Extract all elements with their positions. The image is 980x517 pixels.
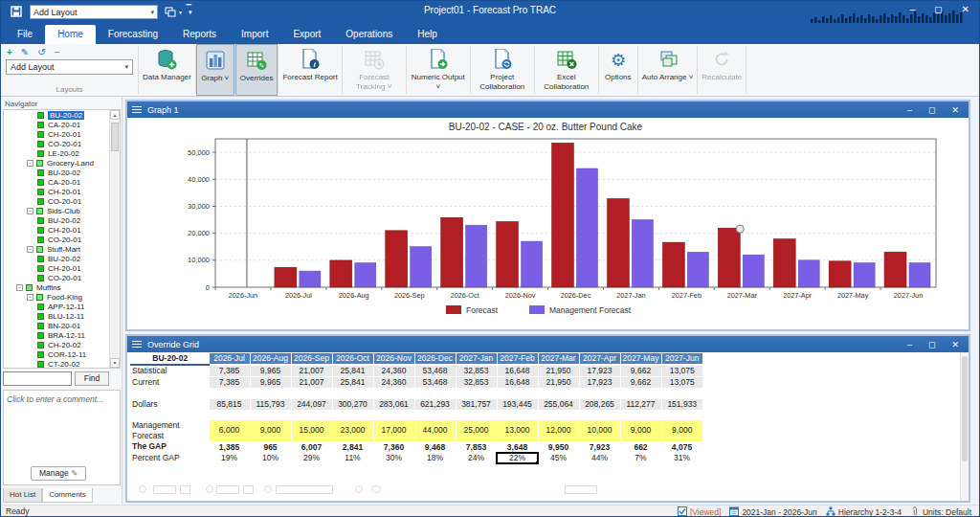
comment-placeholder[interactable]: Click to enter a comment... xyxy=(4,391,120,408)
tree-item-bra-12-11[interactable]: BRA-12-11 xyxy=(4,330,120,340)
grid-vertical-scrollbar[interactable] xyxy=(960,352,969,501)
grid-cell[interactable]: 9,000 xyxy=(620,420,661,441)
find-button[interactable]: Find xyxy=(75,371,109,386)
tree-item-bu-20-02[interactable]: BU-20-02 xyxy=(4,215,120,225)
project-collaboration-button[interactable]: Project Collaboration xyxy=(471,44,534,96)
find-input[interactable] xyxy=(3,371,72,386)
grid-cell[interactable]: 29% xyxy=(291,453,332,463)
grid-cell[interactable]: 6,000 xyxy=(209,420,250,441)
grid-cell[interactable]: 9,965 xyxy=(250,365,291,377)
grid-month-header[interactable]: 2027-Jan xyxy=(456,353,497,365)
grid-cell[interactable]: 25,841 xyxy=(332,365,373,377)
tree-item-ch-20-01[interactable]: CH-20-01 xyxy=(4,263,120,273)
grid-cell[interactable]: 151,933 xyxy=(661,399,702,411)
data-manager-button[interactable]: Data Manager xyxy=(139,44,195,96)
grid-cell[interactable]: 23,000 xyxy=(332,420,373,441)
grid-cell[interactable]: 9,950 xyxy=(538,441,579,453)
maximize-button[interactable]: ◻ xyxy=(928,105,935,115)
grid-cell[interactable]: 7,923 xyxy=(579,441,620,453)
window-switch-icon[interactable]: ▾ xyxy=(165,7,182,17)
grid-cell[interactable]: 9,000 xyxy=(661,420,702,441)
manage-comments-button[interactable]: Manage ✎ xyxy=(31,466,86,481)
tab-reports[interactable]: Reports xyxy=(170,25,229,44)
grid-cell[interactable]: 621,293 xyxy=(414,399,456,411)
close-button[interactable]: ✕ xyxy=(962,4,969,14)
tree-collapse-icon[interactable]: − xyxy=(27,160,33,167)
pager-control[interactable] xyxy=(180,485,190,494)
grid-month-header[interactable]: 2026-Oct xyxy=(332,353,373,365)
grid-cell[interactable]: 19% xyxy=(209,453,250,463)
grid-cell[interactable]: 255,064 xyxy=(538,399,579,411)
grid-cell[interactable]: 381,757 xyxy=(456,399,497,411)
grid-cell[interactable]: 15,000 xyxy=(291,420,332,441)
tree-item-bn-20-01[interactable]: BN-20-01 xyxy=(4,321,120,330)
pager-control[interactable] xyxy=(139,485,146,493)
grid-cell[interactable]: 18% xyxy=(414,453,456,463)
remove-layout-icon[interactable]: − xyxy=(55,47,60,57)
grid-cell[interactable]: 9,000 xyxy=(250,420,291,441)
grid-cell[interactable]: 283,061 xyxy=(373,399,414,411)
grid-cell[interactable]: 24,360 xyxy=(373,365,414,377)
tree-item-ca-20-01[interactable]: CA-20-01 xyxy=(4,120,120,129)
customize-toolbar-icon[interactable]: ▾▔ xyxy=(189,9,191,16)
scroll-up-icon[interactable]: ▲ xyxy=(110,110,120,120)
close-button[interactable]: ✕ xyxy=(951,340,959,349)
grid-month-header[interactable]: 2026-Dec xyxy=(414,353,456,365)
pager-control[interactable] xyxy=(565,485,597,494)
tree-item-bu-20-02[interactable]: BU-20-02 xyxy=(4,110,120,120)
maximize-button[interactable]: ◻ xyxy=(934,4,942,14)
grid-cell[interactable]: 53,468 xyxy=(414,365,456,377)
grid-cell[interactable]: 31% xyxy=(661,453,702,463)
grid-cell[interactable]: 44,000 xyxy=(414,420,456,441)
pager-control[interactable] xyxy=(206,485,213,493)
window-menu-icon[interactable] xyxy=(132,106,142,114)
grid-cell[interactable]: 112,277 xyxy=(620,399,661,411)
tab-operations[interactable]: Operations xyxy=(333,25,405,44)
grid-cell[interactable]: 13,000 xyxy=(497,420,538,441)
add-layout-icon[interactable]: + xyxy=(7,47,12,57)
options-button[interactable]: ⚙Options xyxy=(599,44,637,96)
maximize-button[interactable]: ◻ xyxy=(928,340,935,349)
grid-month-header[interactable]: 2026-Sep xyxy=(291,353,332,365)
grid-cell[interactable]: 24% xyxy=(456,453,497,463)
tree-collapse-icon[interactable]: − xyxy=(27,208,33,214)
tree-collapse-icon[interactable]: − xyxy=(16,284,23,291)
tab-import[interactable]: Import xyxy=(229,25,280,44)
grid-cell[interactable]: 13,075 xyxy=(661,377,702,389)
grid-month-header[interactable]: 2027-Jun xyxy=(661,353,702,365)
tab-help[interactable]: Help xyxy=(405,25,450,44)
graph-button[interactable]: Graph ˅ xyxy=(196,44,234,96)
tree-item-muffins[interactable]: −Muffins xyxy=(4,282,120,292)
grid-cell[interactable]: 21,007 xyxy=(291,365,332,377)
grid-cell[interactable]: 17,923 xyxy=(579,365,620,377)
grid-cell[interactable]: 13,075 xyxy=(661,365,702,377)
pager-control[interactable] xyxy=(243,485,254,494)
override-window-titlebar[interactable]: Override Grid – ◻ ✕ xyxy=(127,336,969,352)
pager-control[interactable] xyxy=(216,485,239,494)
grid-cell[interactable]: 6,007 xyxy=(291,441,332,453)
minimize-button[interactable]: – xyxy=(910,4,916,14)
tree-item-ct-20-02[interactable]: CT-20-02 xyxy=(4,359,120,369)
tree-scrollbar[interactable]: ▲▼ xyxy=(109,110,120,368)
tree-item-grocery-land[interactable]: −Grocery-Land xyxy=(4,158,120,168)
override-grid-table[interactable]: BU-20-022026-Jul2026-Aug2026-Sep2026-Oct… xyxy=(130,353,702,463)
grid-month-header[interactable]: 2027-Mar xyxy=(538,353,579,365)
grid-cell[interactable]: 44% xyxy=(579,453,620,463)
grid-cell[interactable]: 53,468 xyxy=(414,377,456,389)
layout-quick-combo[interactable]: Add Layout ▾ xyxy=(30,5,158,19)
close-button[interactable]: ✕ xyxy=(951,105,959,115)
grid-month-header[interactable]: 2027-Feb xyxy=(497,353,538,365)
grid-month-header[interactable]: 2027-May xyxy=(620,353,661,365)
grid-cell[interactable]: 32,853 xyxy=(456,377,497,389)
tree-item-co-20-01[interactable]: CO-20-01 xyxy=(4,235,120,244)
grid-cell[interactable]: 21,007 xyxy=(291,377,332,389)
tree-collapse-icon[interactable]: − xyxy=(27,246,33,253)
tab-home[interactable]: Home xyxy=(45,25,96,44)
pager-control[interactable] xyxy=(276,485,333,494)
edit-layout-icon[interactable]: ✎ xyxy=(21,47,29,57)
grid-month-header[interactable]: 2027-Apr xyxy=(579,353,620,365)
grid-month-header[interactable]: 2026-Aug xyxy=(250,353,291,365)
grid-cell[interactable]: 17,923 xyxy=(579,377,620,389)
grid-cell[interactable]: 45% xyxy=(538,453,579,463)
tree-item-sids-club[interactable]: −Sids-Club xyxy=(4,206,120,215)
